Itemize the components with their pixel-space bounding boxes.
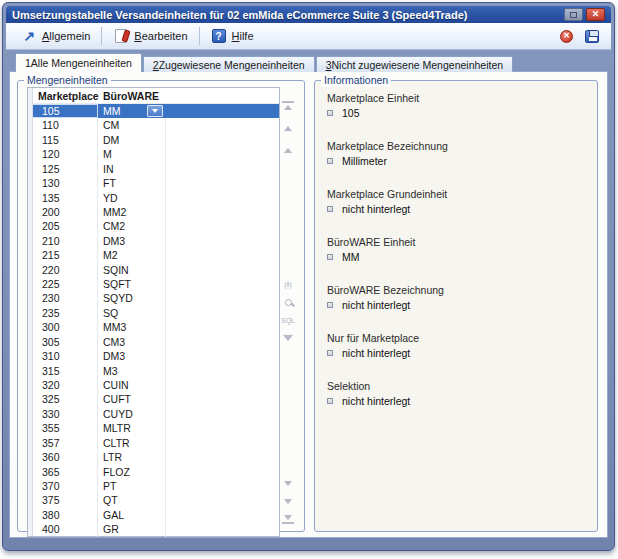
table-row[interactable]: 205 CM2: [28, 219, 279, 233]
cell-bueroware[interactable]: FT: [98, 176, 166, 190]
cell-marketplace[interactable]: 130: [28, 176, 98, 190]
table-row[interactable]: 375 QT: [28, 493, 279, 507]
cell-marketplace[interactable]: 400: [28, 522, 98, 536]
cell-marketplace[interactable]: 375: [28, 493, 98, 507]
table-row[interactable]: 230 SQYD: [28, 291, 279, 305]
table-row[interactable]: 300 MM3: [28, 320, 279, 334]
abort-icon[interactable]: ✕: [560, 30, 573, 43]
table-row[interactable]: 215 M2: [28, 248, 279, 262]
cell-bueroware[interactable]: GR: [98, 522, 166, 536]
table-row[interactable]: 315 M3: [28, 364, 279, 378]
table-row[interactable]: 135 YD: [28, 191, 279, 205]
cell-marketplace[interactable]: 370: [28, 479, 98, 493]
table-row[interactable]: 305 CM3: [28, 335, 279, 349]
table-row[interactable]: 220 SQIN: [28, 263, 279, 277]
restore-button[interactable]: [564, 8, 583, 21]
tab-zugewiesene-mengeneinheiten[interactable]: 2 Zugewiesene Mengeneinheiten: [143, 56, 315, 72]
cell-marketplace[interactable]: 215: [28, 248, 98, 262]
close-button[interactable]: ✕: [586, 8, 605, 21]
hilfe-button[interactable]: ? Hilfe: [204, 26, 261, 46]
cell-marketplace[interactable]: 380: [28, 508, 98, 522]
page-down-icon[interactable]: [282, 496, 294, 506]
table-row[interactable]: 400 GR: [28, 522, 279, 536]
sql-icon[interactable]: SQL: [282, 315, 294, 325]
table-row[interactable]: 370 PT: [28, 479, 279, 493]
cell-marketplace[interactable]: 357: [28, 436, 98, 450]
filter-icon[interactable]: [282, 333, 294, 343]
cell-marketplace[interactable]: 325: [28, 392, 98, 406]
table-row[interactable]: 210 DM3: [28, 234, 279, 248]
cell-marketplace[interactable]: 200: [28, 205, 98, 219]
table-row[interactable]: 120 M: [28, 147, 279, 161]
dropdown-button[interactable]: [147, 105, 163, 117]
table-row[interactable]: 330 CUYD: [28, 407, 279, 421]
cell-marketplace[interactable]: 110: [28, 118, 98, 132]
cell-bueroware[interactable]: CM3: [98, 335, 166, 349]
cell-marketplace[interactable]: 230: [28, 291, 98, 305]
table-row[interactable]: 357 CLTR: [28, 436, 279, 450]
cell-marketplace[interactable]: 135: [28, 191, 98, 205]
table-row[interactable]: 380 GAL: [28, 508, 279, 522]
cell-bueroware[interactable]: PT: [98, 479, 166, 493]
cell-marketplace[interactable]: 235: [28, 306, 98, 320]
cell-marketplace[interactable]: 120: [28, 147, 98, 161]
cell-marketplace[interactable]: 355: [28, 421, 98, 435]
cell-bueroware[interactable]: SQ: [98, 306, 166, 320]
row-down-icon[interactable]: [282, 478, 294, 488]
column-header-bueroware[interactable]: BüroWARE: [98, 90, 166, 102]
table-row[interactable]: 355 MLTR: [28, 421, 279, 435]
tab-alle-mengeneinheiten[interactable]: 1 Alle Mengeneinheiten: [15, 53, 142, 72]
cell-marketplace[interactable]: 300: [28, 320, 98, 334]
cell-marketplace[interactable]: 225: [28, 277, 98, 291]
cell-bueroware[interactable]: CLTR: [98, 436, 166, 450]
cell-marketplace[interactable]: 205: [28, 219, 98, 233]
table-row[interactable]: 325 CUFT: [28, 392, 279, 406]
cell-marketplace[interactable]: 365: [28, 465, 98, 479]
cell-bueroware[interactable]: DM3: [98, 234, 166, 248]
table-row[interactable]: 130 FT: [28, 176, 279, 190]
cell-marketplace[interactable]: 360: [28, 450, 98, 464]
table-row[interactable]: 125 IN: [28, 162, 279, 176]
cell-bueroware[interactable]: SQYD: [98, 291, 166, 305]
table-row[interactable]: 360 LTR: [28, 450, 279, 464]
table-row[interactable]: 110 CM: [28, 118, 279, 132]
table-row[interactable]: 115 DM: [28, 133, 279, 147]
cell-bueroware[interactable]: SQIN: [98, 263, 166, 277]
cell-bueroware[interactable]: CM: [98, 118, 166, 132]
cell-bueroware[interactable]: MM: [98, 104, 166, 118]
cell-marketplace[interactable]: 315: [28, 364, 98, 378]
cell-bueroware[interactable]: DM3: [98, 349, 166, 363]
cell-marketplace[interactable]: 305: [28, 335, 98, 349]
cell-bueroware[interactable]: MM2: [98, 205, 166, 219]
column-options-icon[interactable]: (‖): [282, 279, 294, 289]
cell-marketplace[interactable]: 220: [28, 263, 98, 277]
cell-bueroware[interactable]: MLTR: [98, 421, 166, 435]
cell-bueroware[interactable]: CUIN: [98, 378, 166, 392]
table-row[interactable]: 235 SQ: [28, 306, 279, 320]
scroll-to-bottom-icon[interactable]: [282, 514, 294, 524]
cell-bueroware[interactable]: M3: [98, 364, 166, 378]
cell-bueroware[interactable]: M2: [98, 248, 166, 262]
search-icon[interactable]: [282, 297, 294, 307]
cell-bueroware[interactable]: LTR: [98, 450, 166, 464]
cell-bueroware[interactable]: CUYD: [98, 407, 166, 421]
tab-nicht-zugewiesene-mengeneinheiten[interactable]: 3 Nicht zugewiesene Mengeneinheiten: [316, 56, 513, 72]
cell-bueroware[interactable]: QT: [98, 493, 166, 507]
row-up-icon[interactable]: [282, 145, 294, 155]
cell-bueroware[interactable]: CM2: [98, 219, 166, 233]
bearbeiten-button[interactable]: Bearbeiten: [106, 26, 194, 46]
cell-marketplace[interactable]: 310: [28, 349, 98, 363]
save-icon[interactable]: [585, 30, 599, 43]
cell-bueroware[interactable]: SQFT: [98, 277, 166, 291]
table-row[interactable]: 310 DM3: [28, 349, 279, 363]
table-row[interactable]: 200 MM2: [28, 205, 279, 219]
cell-marketplace[interactable]: 210: [28, 234, 98, 248]
cell-bueroware[interactable]: GAL: [98, 508, 166, 522]
column-header-marketplace[interactable]: Marketplace: [28, 90, 98, 102]
page-up-icon[interactable]: [282, 123, 294, 133]
cell-bueroware[interactable]: YD: [98, 191, 166, 205]
table-row[interactable]: 320 CUIN: [28, 378, 279, 392]
cell-marketplace[interactable]: 125: [28, 162, 98, 176]
table-row[interactable]: 105 MM: [28, 104, 279, 118]
table-row[interactable]: 365 FLOZ: [28, 465, 279, 479]
